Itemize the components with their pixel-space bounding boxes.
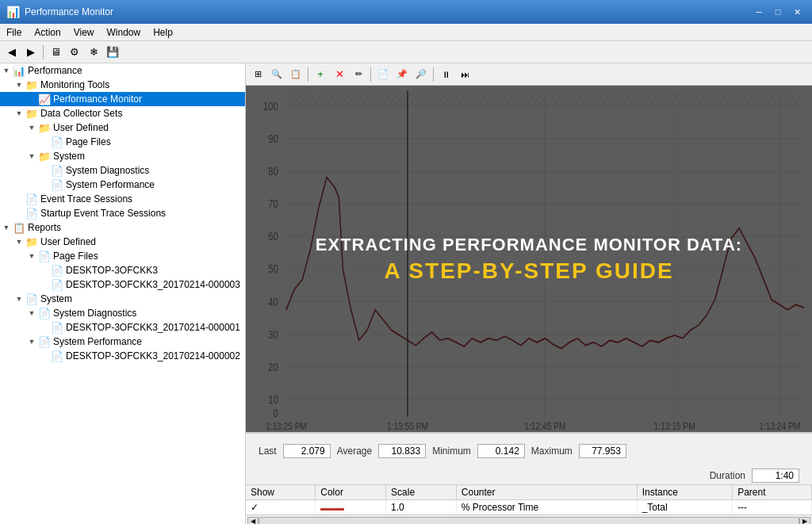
tree-item-system[interactable]: ▼📁System — [0, 149, 245, 163]
tree-icon-system: 📁 — [38, 151, 51, 163]
tree-item-system-diagnostics[interactable]: 📄System Diagnostics — [0, 163, 245, 178]
tree-label-system-performance: System Performance — [66, 179, 155, 190]
cell-scale: 1.0 — [386, 500, 457, 515]
tree-icon-reports: 📋 — [13, 222, 25, 234]
scroll-right[interactable]: ▶ — [799, 517, 810, 525]
tree-item-reports-system[interactable]: ▼📄System — [0, 292, 245, 306]
toolbar-show-hide[interactable]: 🖥 — [47, 44, 64, 61]
tree-label-startup-event-trace: Startup Event Trace Sessions — [40, 208, 166, 219]
tree-item-reports-user-defined[interactable]: ▼📁User Defined — [0, 235, 245, 249]
counter-table: Show Color Scale Counter Instance Parent… — [246, 485, 812, 514]
chart-copy[interactable]: 📋 — [287, 66, 304, 83]
tree-item-user-defined[interactable]: ▼📁User Defined — [0, 120, 245, 135]
expander-reports-page-files[interactable]: ▼ — [25, 250, 38, 262]
toolbar-forward[interactable]: ▶ — [22, 44, 40, 61]
chart-freeze[interactable]: ⊞ — [249, 66, 266, 83]
close-button[interactable]: ✕ — [788, 4, 806, 20]
toolbar-back[interactable]: ◀ — [3, 44, 21, 61]
tree-item-reports[interactable]: ▼📋Reports — [0, 220, 245, 235]
table-row[interactable]: ✓ 1.0 % Processor Time _Total --- — [246, 500, 812, 515]
tree-item-performance-monitor[interactable]: 📈Performance Monitor — [0, 92, 245, 106]
chart-paste[interactable]: 📌 — [393, 66, 411, 83]
tree-item-data-collector-sets[interactable]: ▼📁Data Collector Sets — [0, 106, 245, 120]
expander-reports-sys-perf[interactable]: ▼ — [25, 335, 38, 348]
menu-file[interactable]: File — [0, 25, 28, 40]
tree-label-event-trace-sessions: Event Trace Sessions — [40, 193, 132, 205]
menu-help[interactable]: Help — [147, 25, 179, 40]
tree-label-reports-system: System — [40, 293, 72, 304]
menu-window[interactable]: Window — [101, 25, 147, 40]
tree-item-monitoring-tools[interactable]: ▼📁Monitoring Tools — [0, 78, 245, 92]
expander-monitoring-tools[interactable]: ▼ — [13, 78, 25, 91]
tree-icon-reports-desktop1: 📄 — [51, 265, 63, 277]
right-panel: ⊞ 🔍 📋 + ✕ ✏ 📄 📌 🔎 ⏸ ⏭ — [246, 63, 812, 524]
toolbar-freeze[interactable]: ❄ — [85, 44, 102, 61]
expander-system[interactable]: ▼ — [25, 150, 38, 163]
maximum-value: 77.953 — [579, 444, 626, 458]
tree-label-reports-desktop2: DESKTOP-3OFCKK3_20170214-000003 — [66, 279, 240, 290]
expander-reports-sys-diag-1 — [38, 321, 51, 334]
chart-stop[interactable]: ⏭ — [456, 66, 473, 83]
average-label: Average — [337, 446, 372, 457]
tree-item-reports-sys-perf-1[interactable]: 📄DESKTOP-3OFCKK3_20170214-000002 — [0, 349, 245, 363]
tree-icon-reports-system: 📄 — [25, 293, 38, 305]
maximize-button[interactable]: □ — [769, 4, 787, 20]
expander-reports[interactable]: ▼ — [0, 221, 13, 234]
tree-icon-performance-monitor: 📈 — [38, 94, 51, 105]
expander-reports-sys-diag[interactable]: ▼ — [25, 307, 38, 319]
maximum-label: Maximum — [531, 446, 573, 457]
minimize-button[interactable]: ─ — [750, 4, 768, 20]
tree-item-reports-sys-diag[interactable]: ▼📄System Diagnostics — [0, 306, 245, 320]
tree-item-reports-desktop2[interactable]: 📄DESKTOP-3OFCKK3_20170214-000003 — [0, 277, 245, 292]
tree-item-reports-sys-perf[interactable]: ▼📄System Performance — [0, 335, 245, 349]
tree-label-page-files: Page Files — [66, 136, 111, 147]
app-icon: 📊 — [6, 6, 20, 18]
expander-reports-sys-perf-1 — [38, 350, 51, 362]
title-bar: 📊 Performance Monitor ─ □ ✕ — [0, 0, 812, 24]
chart-pause[interactable]: ⏸ — [437, 66, 454, 83]
tree-item-event-trace-sessions[interactable]: 📄Event Trace Sessions — [0, 192, 245, 206]
expander-reports-system[interactable]: ▼ — [13, 293, 25, 305]
tree-label-reports-sys-perf: System Performance — [53, 336, 142, 347]
stats-row1: Last 2.079 Average 10.833 Minimum 0.142 … — [246, 433, 812, 468]
tree-item-reports-desktop1[interactable]: 📄DESKTOP-3OFCKK3 — [0, 263, 245, 277]
chart-sep-3 — [433, 67, 434, 82]
expander-user-defined[interactable]: ▼ — [25, 121, 38, 134]
tree-item-page-files[interactable]: 📄Page Files — [0, 135, 245, 149]
expander-startup-event-trace — [13, 207, 25, 220]
tree-item-performance[interactable]: ▼📊Performance — [0, 63, 245, 78]
tree-item-reports-sys-diag-1[interactable]: 📄DESKTOP-3OFCKK3_20170214-000001 — [0, 320, 245, 335]
col-color: Color — [316, 485, 386, 500]
color-swatch — [320, 508, 344, 511]
col-show: Show — [246, 485, 316, 500]
left-panel: ▼📊Performance▼📁Monitoring Tools 📈Perform… — [0, 63, 246, 524]
chart-zoom[interactable]: 🔍 — [268, 66, 285, 83]
toolbar-properties[interactable]: ⚙ — [66, 44, 83, 61]
chart-magnify[interactable]: 🔎 — [412, 66, 430, 83]
menu-view[interactable]: View — [67, 25, 101, 40]
tree-label-user-defined: User Defined — [53, 122, 109, 133]
expander-reports-user-defined[interactable]: ▼ — [13, 235, 25, 248]
tree-item-system-performance[interactable]: 📄System Performance — [0, 178, 245, 192]
cell-parent: --- — [733, 500, 812, 515]
window-controls: ─ □ ✕ — [750, 4, 806, 20]
chart-edit[interactable]: ✏ — [350, 66, 367, 83]
expander-reports-desktop2 — [38, 278, 51, 291]
chart-copy2[interactable]: 📄 — [374, 66, 392, 83]
menu-action[interactable]: Action — [28, 25, 67, 40]
tree-icon-monitoring-tools: 📁 — [25, 79, 38, 91]
toolbar-save[interactable]: 💾 — [104, 44, 121, 61]
scroll-left[interactable]: ◀ — [247, 517, 259, 525]
chart-add[interactable]: + — [312, 66, 329, 83]
tree-label-reports-desktop1: DESKTOP-3OFCKK3 — [66, 265, 158, 276]
main-toolbar: ◀ ▶ 🖥 ⚙ ❄ 💾 — [0, 41, 812, 63]
horizontal-scrollbar[interactable]: ◀ ▶ — [246, 514, 812, 524]
chart-remove[interactable]: ✕ — [331, 66, 348, 83]
expander-data-collector-sets[interactable]: ▼ — [13, 107, 25, 120]
expander-performance[interactable]: ▼ — [0, 64, 13, 77]
tree-item-reports-page-files[interactable]: ▼📄Page Files — [0, 249, 245, 263]
tree-item-startup-event-trace[interactable]: 📄Startup Event Trace Sessions — [0, 206, 245, 220]
stats-area: Last 2.079 Average 10.833 Minimum 0.142 … — [246, 432, 812, 484]
expander-event-trace-sessions — [13, 193, 25, 205]
tree-label-reports-sys-perf-1: DESKTOP-3OFCKK3_20170214-000002 — [66, 350, 240, 361]
